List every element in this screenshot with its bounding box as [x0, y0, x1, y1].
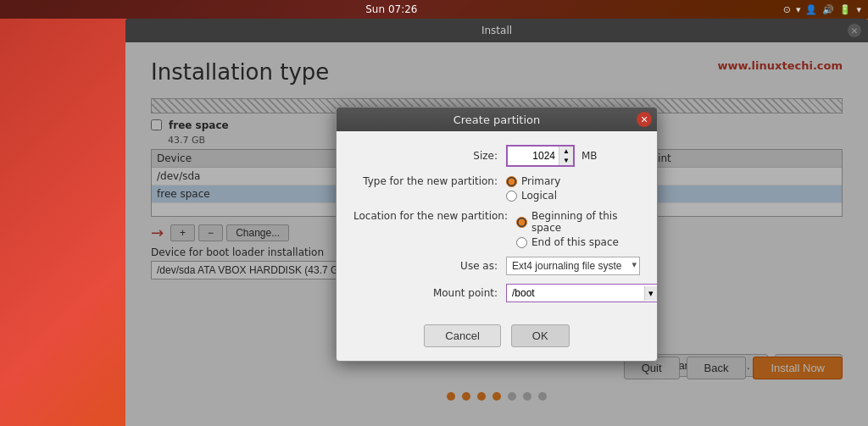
users-icon: 👤 — [805, 4, 817, 15]
type-primary-option[interactable]: Primary — [506, 175, 560, 187]
mount-point-label: Mount point: — [353, 287, 506, 299]
location-row: Location for the new partition: Beginnin… — [353, 210, 640, 248]
location-label: Location for the new partition: — [353, 210, 516, 222]
mount-point-input[interactable] — [507, 285, 644, 302]
size-up-button[interactable]: ▲ — [559, 147, 573, 156]
size-unit: MB — [581, 150, 598, 162]
type-label: Type for the new partition: — [353, 175, 506, 187]
installer-titlebar: Install ✕ — [125, 19, 868, 42]
location-end-option[interactable]: End of this space — [516, 236, 640, 248]
battery-icon: 🔋 — [839, 4, 851, 15]
use-as-select[interactable]: Ext4 journaling file system — [506, 257, 640, 275]
size-content: ▲ ▼ MB — [506, 145, 640, 167]
type-logical-radio[interactable] — [506, 191, 517, 202]
location-beginning-label: Beginning of this space — [531, 210, 640, 234]
installer-close-button[interactable]: ✕ — [848, 24, 861, 37]
dialog-close-button[interactable]: ✕ — [637, 112, 652, 127]
mount-point-row: Mount point: ▾ — [353, 284, 640, 302]
size-down-button[interactable]: ▼ — [559, 156, 573, 165]
dialog-overlay: Create partition ✕ Size: ▲ ▼ — [125, 42, 868, 426]
type-row: Type for the new partition: Primary Logi… — [353, 175, 640, 202]
dialog-titlebar: Create partition ✕ — [337, 108, 657, 131]
dialog-title: Create partition — [453, 113, 541, 126]
network-icon: ▾ — [796, 4, 801, 15]
location-beginning-radio[interactable] — [516, 217, 527, 228]
use-as-select-wrap: Ext4 journaling file system — [506, 257, 640, 275]
cancel-button[interactable]: Cancel — [424, 324, 500, 347]
location-radio-group: Beginning of this space End of this spac… — [516, 210, 640, 248]
menu-icon: ▾ — [856, 4, 861, 15]
use-as-content: Ext4 journaling file system — [506, 257, 640, 275]
size-input[interactable] — [508, 148, 559, 163]
location-beginning-option[interactable]: Beginning of this space — [516, 210, 640, 234]
dialog-body: Size: ▲ ▼ MB — [337, 131, 657, 324]
installer-window: Install ✕ www.linuxtechi.com Installatio… — [125, 19, 868, 426]
installer-body: www.linuxtechi.com Installation type fre… — [125, 42, 868, 426]
location-end-label: End of this space — [531, 236, 619, 248]
taskbar-time: Sun 07:26 — [365, 3, 417, 15]
installer-title: Install — [481, 25, 512, 36]
type-radio-group: Primary Logical — [506, 175, 560, 202]
mount-point-dropdown-button[interactable]: ▾ — [644, 286, 657, 301]
type-content: Primary Logical — [506, 175, 640, 202]
type-logical-option[interactable]: Logical — [506, 190, 560, 202]
type-primary-label: Primary — [521, 175, 560, 187]
size-input-wrap: ▲ ▼ — [506, 145, 575, 167]
type-logical-label: Logical — [521, 190, 557, 202]
bluetooth-icon: ⊙ — [783, 4, 791, 15]
ok-button[interactable]: OK — [511, 324, 570, 347]
location-end-radio[interactable] — [516, 237, 527, 248]
use-as-label: Use as: — [353, 260, 506, 272]
size-label: Size: — [353, 150, 506, 162]
create-partition-dialog: Create partition ✕ Size: ▲ ▼ — [336, 107, 658, 362]
mountpoint-wrap: ▾ — [506, 284, 658, 302]
size-row: Size: ▲ ▼ MB — [353, 145, 640, 167]
mount-point-content: ▾ — [506, 284, 658, 302]
use-as-row: Use as: Ext4 journaling file system — [353, 257, 640, 275]
taskbar: Sun 07:26 ⊙ ▾ 👤 🔊 🔋 ▾ — [0, 0, 868, 19]
size-spinner: ▲ ▼ — [559, 147, 573, 165]
type-primary-radio[interactable] — [506, 176, 517, 187]
sound-icon: 🔊 — [822, 4, 834, 15]
dialog-footer: Cancel OK — [337, 324, 657, 361]
location-content: Beginning of this space End of this spac… — [516, 210, 640, 248]
